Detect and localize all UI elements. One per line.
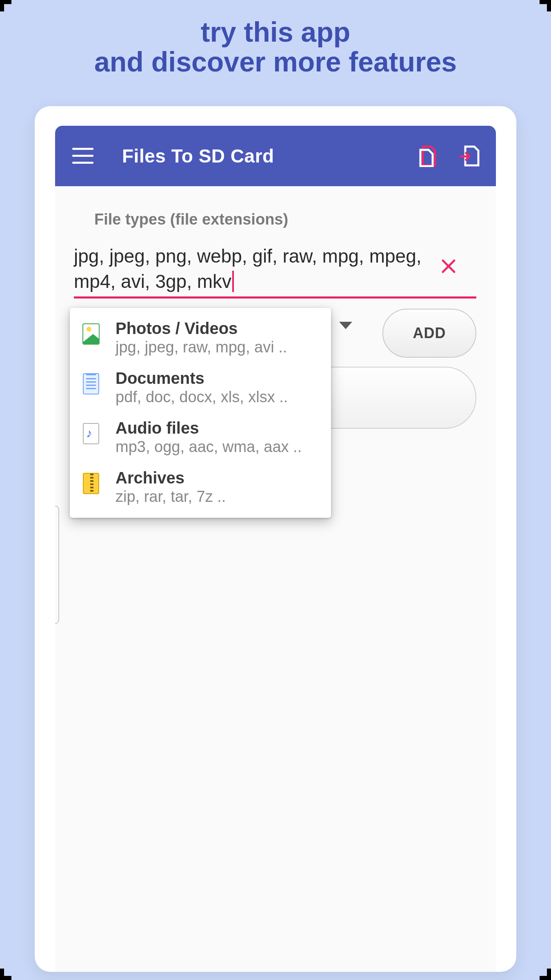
dropdown-item-photos[interactable]: Photos / Videos jpg, jpeg, raw, mpg, avi… xyxy=(70,313,331,363)
crop-mark xyxy=(0,969,11,980)
dropdown-item-documents[interactable]: Documents pdf, doc, docx, xls, xlsx .. xyxy=(70,363,331,412)
dropdown-item-sub: zip, rar, tar, 7z .. xyxy=(116,488,321,506)
app-title: Files To SD Card xyxy=(122,145,274,167)
filetype-dropdown: Photos / Videos jpg, jpeg, raw, mpg, avi… xyxy=(70,308,331,518)
add-button-label: ADD xyxy=(413,325,446,342)
extensions-input-text[interactable]: jpg, jpeg, png, webp, gif, raw, mpg, mpe… xyxy=(74,243,433,294)
dropdown-item-sub: mp3, ogg, aac, wma, aax .. xyxy=(116,438,321,456)
crop-mark xyxy=(540,969,551,980)
crop-mark xyxy=(0,0,11,11)
dropdown-item-audio[interactable]: Audio files mp3, ogg, aac, wma, aax .. xyxy=(70,412,331,462)
dropdown-item-title: Archives xyxy=(116,469,321,487)
clear-icon[interactable] xyxy=(439,256,458,276)
promo-line-2: and discover more features xyxy=(0,47,551,77)
chevron-down-icon[interactable] xyxy=(339,322,352,329)
copy-file-icon[interactable] xyxy=(414,145,443,167)
move-file-icon[interactable] xyxy=(455,145,484,167)
dropdown-item-title: Photos / Videos xyxy=(116,319,321,338)
filetypes-label: File types (file extensions) xyxy=(94,211,288,228)
text-caret xyxy=(232,271,234,292)
dropdown-item-title: Audio files xyxy=(116,419,321,437)
phone-frame: Files To SD Card File types (file extens… xyxy=(35,106,516,972)
photo-icon xyxy=(80,323,102,345)
document-icon xyxy=(80,372,102,395)
archive-icon xyxy=(80,472,102,495)
menu-icon[interactable] xyxy=(72,148,93,164)
add-button[interactable]: ADD xyxy=(382,309,476,358)
audio-icon xyxy=(80,422,102,445)
promo-line-1: try this app xyxy=(0,17,551,47)
content-area: File types (file extensions) jpg, jpeg, … xyxy=(55,186,496,972)
dropdown-item-title: Documents xyxy=(116,369,321,388)
side-handle[interactable] xyxy=(55,506,59,624)
app-bar: Files To SD Card xyxy=(55,126,496,186)
dropdown-item-archives[interactable]: Archives zip, rar, tar, 7z .. xyxy=(70,462,331,512)
dropdown-item-sub: pdf, doc, docx, xls, xlsx .. xyxy=(116,388,321,406)
promo-heading: try this app and discover more features xyxy=(0,0,551,77)
crop-mark xyxy=(540,0,551,11)
dropdown-item-sub: jpg, jpeg, raw, mpg, avi .. xyxy=(116,339,321,356)
extensions-input[interactable]: jpg, jpeg, png, webp, gif, raw, mpg, mpe… xyxy=(74,243,476,298)
